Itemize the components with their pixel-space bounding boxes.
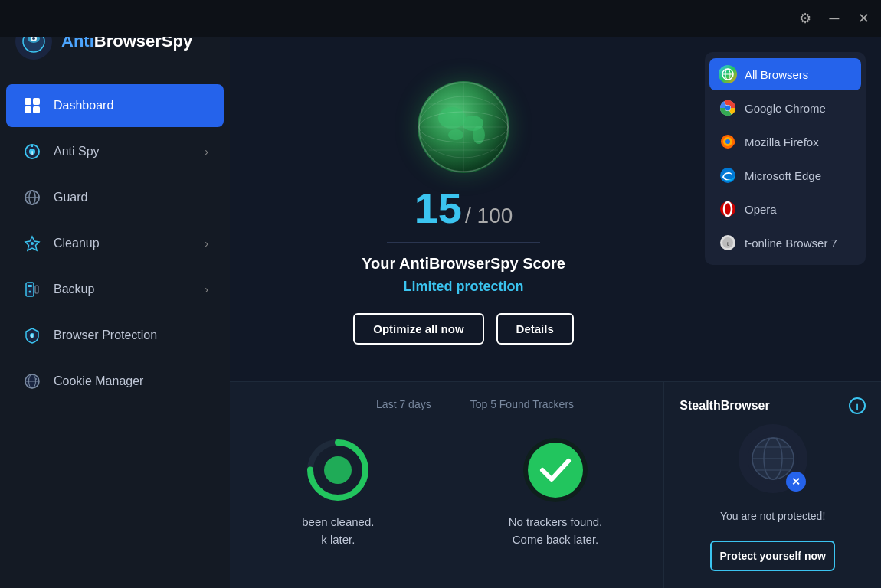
cards-row: Last 7 days been cleaned. k later. Top [230, 381, 881, 588]
sidebar-item-antispy[interactable]: i Anti Spy › [6, 130, 224, 173]
stealth-title: StealthBrowser [680, 399, 769, 413]
browser-item-edge[interactable]: Microsoft Edge [709, 159, 861, 191]
card-trackers: Top 5 Found Trackers No trackers found. … [447, 381, 664, 588]
browser-item-all[interactable]: All Browsers [709, 58, 861, 90]
checkmark-wrapper [521, 436, 590, 505]
svg-point-50 [720, 201, 735, 217]
edge-icon [719, 166, 737, 185]
cookie-icon [21, 371, 43, 392]
browser-protection-icon: i [21, 325, 43, 346]
svg-rect-4 [25, 98, 31, 105]
svg-rect-6 [25, 106, 31, 113]
backup-icon [21, 279, 43, 300]
sidebar-item-guard[interactable]: Guard [6, 176, 224, 219]
sidebar-item-backup[interactable]: Backup › [6, 268, 224, 311]
stealth-header: StealthBrowser i [680, 397, 866, 414]
svg-rect-5 [33, 98, 40, 105]
sidebar-label-guard: Guard [54, 191, 87, 204]
browser-label-chrome: Google Chrome [745, 102, 826, 115]
score-display: 15 / 100 [414, 187, 513, 230]
score-buttons: Optimize all now Details [353, 313, 574, 345]
sidebar-item-cookie-manager[interactable]: Cookie Manager [6, 360, 224, 403]
chrome-icon [719, 99, 737, 117]
sidebar-item-browser-protection[interactable]: i Browser Protection [6, 314, 224, 357]
tonline-icon: t [719, 234, 737, 252]
sidebar-label-antispy: Anti Spy [54, 145, 100, 158]
opera-icon [719, 200, 737, 218]
score-section: 15 / 100 Your AntiBrowserSpy Score Limit… [230, 37, 697, 389]
antispy-icon: i [21, 141, 43, 162]
score-subtitle: Limited protection [404, 279, 524, 295]
card-last7days: Last 7 days been cleaned. k later. [230, 381, 447, 588]
svg-rect-18 [28, 285, 32, 287]
sidebar-label-cookie-manager: Cookie Manager [54, 374, 143, 388]
stealth-info-icon[interactable]: i [849, 397, 866, 414]
chevron-icon: › [205, 145, 208, 158]
svg-text:i: i [31, 149, 33, 156]
score-divider: / 100 [465, 204, 513, 228]
sidebar-item-cleanup[interactable]: Cleanup › [6, 222, 224, 265]
cleanup-icon [21, 233, 43, 254]
all-browsers-icon [719, 65, 737, 83]
main-content: 15 / 100 Your AntiBrowserSpy Score Limit… [230, 0, 881, 588]
sidebar-label-backup: Backup [54, 283, 94, 296]
close-icon[interactable]: ✕ [855, 10, 872, 27]
svg-point-45 [725, 106, 731, 111]
svg-point-26 [28, 378, 29, 380]
protect-button[interactable]: Protect yourself now [710, 541, 834, 571]
progress-arc [303, 436, 372, 505]
svg-point-19 [29, 291, 31, 293]
svg-rect-17 [26, 283, 34, 296]
globe-icon [418, 81, 509, 173]
stealth-x-icon: ✕ [786, 472, 806, 492]
sidebar: AntiBrowserSpy Dashboard i Anti Spy › [0, 0, 230, 588]
svg-point-27 [35, 378, 37, 380]
chevron-icon-backup: › [205, 283, 208, 296]
stealth-warning: You are not protected! [720, 510, 825, 522]
svg-rect-20 [35, 286, 38, 293]
sidebar-label-cleanup: Cleanup [54, 237, 100, 250]
card-last7days-text: been cleaned. k later. [302, 514, 374, 548]
browser-label-all: All Browsers [745, 68, 808, 81]
browser-item-chrome[interactable]: Google Chrome [709, 92, 861, 124]
title-bar: ⚙ ─ ✕ [0, 0, 881, 37]
score-title: Your AntiBrowserSpy Score [362, 255, 565, 273]
browser-item-opera[interactable]: Opera [709, 193, 861, 225]
card-last7days-label: Last 7 days [376, 398, 431, 410]
svg-point-16 [31, 242, 34, 245]
svg-point-31 [448, 129, 463, 140]
card-trackers-label: Top 5 Found Trackers [470, 398, 574, 410]
svg-point-29 [438, 107, 466, 129]
settings-icon[interactable]: ⚙ [797, 10, 814, 27]
browser-label-tonline: t-online Browser 7 [745, 237, 837, 250]
svg-point-3 [32, 37, 35, 40]
browser-label-opera: Opera [745, 203, 777, 216]
chevron-icon-cleanup: › [205, 237, 208, 250]
svg-text:i: i [31, 333, 33, 338]
svg-point-58 [324, 456, 352, 484]
svg-point-48 [725, 139, 730, 144]
sidebar-item-dashboard[interactable]: Dashboard [6, 84, 224, 127]
card-stealth: StealthBrowser i ✕ You are not protected… [663, 381, 881, 588]
minimize-icon[interactable]: ─ [826, 10, 843, 27]
guard-icon [21, 187, 43, 208]
stealth-content: ✕ You are not protected! Protect yoursel… [710, 422, 834, 573]
card-last7days-content: been cleaned. k later. [302, 411, 374, 573]
score-divider-line [387, 242, 540, 243]
browser-label-edge: Microsoft Edge [745, 169, 821, 182]
sidebar-label-browser-protection: Browser Protection [54, 328, 157, 342]
svg-rect-7 [33, 106, 40, 113]
svg-point-60 [528, 443, 583, 498]
card-trackers-text: No trackers found. Come back later. [509, 514, 603, 548]
browser-label-firefox: Mozilla Firefox [745, 136, 819, 149]
firefox-icon [719, 132, 737, 151]
card-trackers-content: No trackers found. Come back later. [509, 411, 603, 573]
score-value: 15 [414, 187, 462, 230]
stealth-globe: ✕ [739, 424, 807, 493]
browser-item-tonline[interactable]: t t-online Browser 7 [709, 227, 861, 259]
browser-item-firefox[interactable]: Mozilla Firefox [709, 126, 861, 158]
browser-selector: All Browsers Google Chrome [705, 52, 866, 265]
sidebar-label-dashboard: Dashboard [54, 99, 113, 113]
optimize-button[interactable]: Optimize all now [353, 313, 483, 345]
details-button[interactable]: Details [496, 313, 574, 345]
